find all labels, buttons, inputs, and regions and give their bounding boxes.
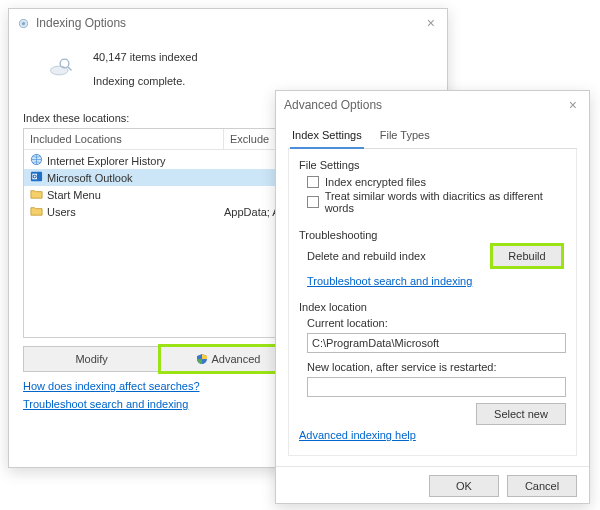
- close-icon[interactable]: ×: [565, 97, 581, 113]
- new-location-label: New location, after service is restarted…: [307, 361, 566, 373]
- troubleshoot-link[interactable]: Troubleshoot search and indexing: [23, 398, 188, 410]
- select-new-button[interactable]: Select new: [476, 403, 566, 425]
- window-title: Indexing Options: [36, 16, 423, 30]
- troubleshooting-label: Troubleshooting: [299, 229, 566, 241]
- tab-file-types[interactable]: File Types: [378, 125, 432, 148]
- affect-searches-link[interactable]: How does indexing affect searches?: [23, 380, 200, 392]
- indexing-status-text: Indexing complete.: [93, 73, 198, 91]
- tabstrip: Index Settings File Types: [288, 125, 577, 149]
- globe-icon: [30, 153, 43, 168]
- row-name: Users: [47, 206, 76, 218]
- troubleshooting-group: Troubleshooting Delete and rebuild index…: [299, 229, 566, 287]
- shield-icon: [196, 353, 208, 365]
- troubleshoot-link[interactable]: Troubleshoot search and indexing: [307, 275, 472, 287]
- ok-button[interactable]: OK: [429, 475, 499, 497]
- row-name: Internet Explorer History: [47, 155, 166, 167]
- folder-icon: [30, 204, 43, 219]
- current-location-field[interactable]: [307, 333, 566, 353]
- advanced-options-window: Advanced Options × Index Settings File T…: [275, 90, 590, 504]
- svg-point-1: [22, 21, 25, 24]
- indexing-icon: [17, 17, 30, 30]
- advanced-indexing-help-link[interactable]: Advanced indexing help: [299, 429, 416, 441]
- close-icon[interactable]: ×: [423, 15, 439, 31]
- search-status-icon: [47, 55, 75, 79]
- window-title: Advanced Options: [284, 98, 565, 112]
- current-location-label: Current location:: [307, 317, 566, 329]
- rebuild-desc: Delete and rebuild index: [307, 250, 426, 262]
- new-location-field[interactable]: [307, 377, 566, 397]
- index-location-label: Index location: [299, 301, 566, 313]
- titlebar[interactable]: Advanced Options ×: [276, 91, 589, 119]
- checkbox-icon: [307, 176, 319, 188]
- svg-line-4: [68, 67, 72, 71]
- rebuild-button[interactable]: Rebuild: [492, 245, 562, 267]
- modify-button[interactable]: Modify: [23, 346, 160, 372]
- diacritics-checkbox[interactable]: Treat similar words with diacritics as d…: [299, 189, 566, 215]
- checkbox-icon: [307, 196, 319, 208]
- row-name: Microsoft Outlook: [47, 172, 133, 184]
- col-included[interactable]: Included Locations: [24, 129, 224, 149]
- outlook-icon: [30, 170, 43, 185]
- cancel-button[interactable]: Cancel: [507, 475, 577, 497]
- row-name: Start Menu: [47, 189, 101, 201]
- tab-index-settings[interactable]: Index Settings: [290, 125, 364, 149]
- file-settings-label: File Settings: [299, 159, 566, 171]
- titlebar[interactable]: Indexing Options ×: [9, 9, 447, 37]
- folder-icon: [30, 187, 43, 202]
- index-location-group: Index location Current location: New loc…: [299, 301, 566, 425]
- items-indexed-text: 40,147 items indexed: [93, 49, 198, 67]
- file-settings-group: File Settings Index encrypted files Trea…: [299, 159, 566, 215]
- encrypted-checkbox[interactable]: Index encrypted files: [299, 175, 566, 189]
